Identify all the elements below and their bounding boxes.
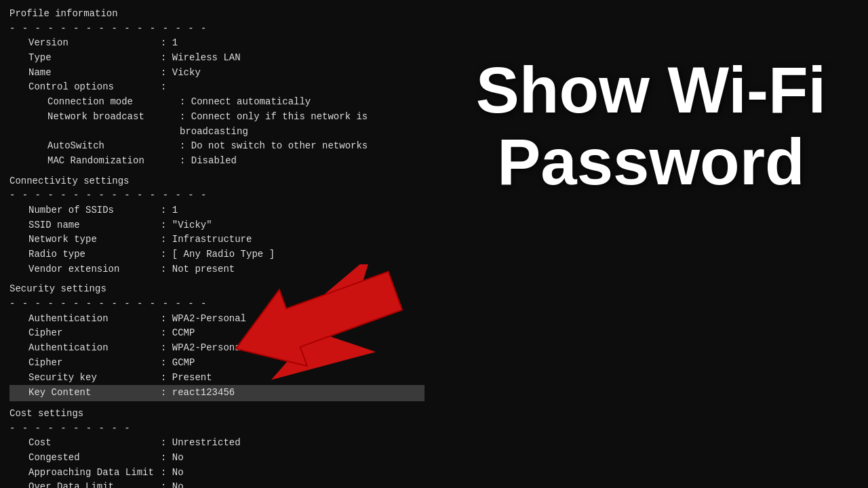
- autoswitch-label: AutoSwitch: [47, 139, 180, 154]
- control-options-label: Control options: [28, 80, 161, 95]
- connection-mode-value: : Connect automatically: [180, 95, 311, 110]
- over-label: Over Data Limit: [28, 480, 161, 488]
- key-content-label: Key Content: [28, 386, 161, 401]
- connectivity-title: Connectivity settings: [9, 174, 425, 189]
- mac-value: : Disabled: [180, 154, 237, 169]
- cipher1-label: Cipher: [28, 326, 161, 341]
- num-ssids-label: Number of SSIDs: [28, 203, 161, 218]
- name-label: Name: [28, 66, 161, 81]
- profile-info-section: Profile information - - - - - - - - - - …: [9, 7, 425, 169]
- profile-info-title: Profile information: [9, 7, 425, 22]
- cipher2-value: : GCMP: [161, 356, 195, 371]
- version-value: : 1: [161, 36, 178, 51]
- radio-type-label: Radio type: [28, 247, 161, 262]
- connection-mode-label: Connection mode: [47, 95, 180, 110]
- cipher1-value: : CCMP: [161, 326, 195, 341]
- congested-value: : No: [161, 451, 184, 466]
- cipher1-row: Cipher : CCMP: [9, 326, 425, 341]
- autoswitch-value: : Do not switch to other networks: [180, 139, 368, 154]
- connectivity-divider: - - - - - - - - - - - - - - - -: [9, 188, 425, 203]
- auth1-row: Authentication : WPA2-Personal: [9, 312, 425, 327]
- congested-row: Congested : No: [9, 451, 425, 466]
- overlay-line1: Show Wi-Fi: [448, 54, 854, 126]
- name-row: Name : Vicky: [9, 66, 425, 81]
- network-type-label: Network type: [28, 232, 161, 247]
- radio-type-row: Radio type : [ Any Radio Type ]: [9, 247, 425, 262]
- auth1-label: Authentication: [28, 312, 161, 327]
- over-value: : No: [161, 480, 184, 488]
- cipher2-row: Cipher : GCMP: [9, 356, 425, 371]
- key-content-value: : react123456: [161, 386, 235, 401]
- congested-label: Congested: [28, 451, 161, 466]
- type-label: Type: [28, 51, 161, 66]
- name-value: : Vicky: [161, 66, 201, 81]
- version-row: Version : 1: [9, 36, 425, 51]
- network-broadcast-value: : Connect only if this network is broadc…: [180, 110, 425, 139]
- cost-label: Cost: [28, 436, 161, 451]
- approaching-label: Approaching Data Limit: [28, 466, 161, 481]
- cost-divider: - - - - - - - - - -: [9, 422, 425, 436]
- network-type-row: Network type : Infrastructure: [9, 232, 425, 247]
- vendor-row: Vendor extension : Not present: [9, 262, 425, 277]
- cost-title: Cost settings: [9, 407, 425, 422]
- num-ssids-value: : 1: [161, 203, 178, 218]
- approaching-row: Approaching Data Limit : No: [9, 466, 425, 481]
- ssid-name-label: SSID name: [28, 218, 161, 233]
- type-value: : Wireless LAN: [161, 51, 241, 66]
- ssid-name-row: SSID name : "Vicky": [9, 218, 425, 233]
- vendor-value: : Not present: [161, 262, 235, 277]
- overlay-line2: Password: [448, 126, 854, 198]
- mac-label: MAC Randomization: [47, 154, 180, 169]
- overlay-title: Show Wi-Fi Password: [448, 54, 854, 197]
- network-broadcast-label: Network broadcast: [47, 110, 180, 125]
- network-type-value: : Infrastructure: [161, 232, 252, 247]
- control-options-value: :: [161, 80, 166, 95]
- network-broadcast-row: Network broadcast : Connect only if this…: [9, 110, 425, 139]
- auth2-value: : WPA2-Personal: [161, 341, 246, 356]
- security-title: Security settings: [9, 282, 425, 297]
- cost-value: : Unrestricted: [161, 436, 241, 451]
- radio-type-value: : [ Any Radio Type ]: [161, 247, 275, 262]
- profile-divider: - - - - - - - - - - - - - - - -: [9, 22, 425, 37]
- approaching-value: : No: [161, 466, 184, 481]
- vendor-label: Vendor extension: [28, 262, 161, 277]
- cost-section: Cost settings - - - - - - - - - - Cost :…: [9, 407, 425, 488]
- security-section: Security settings - - - - - - - - - - - …: [9, 282, 425, 401]
- cost-row: Cost : Unrestricted: [9, 436, 425, 451]
- key-content-row: Key Content : react123456: [9, 385, 425, 401]
- security-key-row: Security key : Present: [9, 371, 425, 386]
- auth2-row: Authentication : WPA2-Personal: [9, 341, 425, 356]
- security-key-label: Security key: [28, 371, 161, 386]
- security-key-value: : Present: [161, 371, 212, 386]
- mac-row: MAC Randomization : Disabled: [9, 154, 425, 169]
- num-ssids-row: Number of SSIDs : 1: [9, 203, 425, 218]
- type-row: Type : Wireless LAN: [9, 51, 425, 66]
- autoswitch-row: AutoSwitch : Do not switch to other netw…: [9, 139, 425, 154]
- version-label: Version: [28, 36, 161, 51]
- connection-mode-row: Connection mode : Connect automatically: [9, 95, 425, 110]
- cipher2-label: Cipher: [28, 356, 161, 371]
- security-divider: - - - - - - - - - - - - - - - -: [9, 297, 425, 312]
- auth1-value: : WPA2-Personal: [161, 312, 246, 327]
- ssid-name-value: : "Vicky": [161, 218, 212, 233]
- terminal-window: Profile information - - - - - - - - - - …: [0, 0, 434, 488]
- over-row: Over Data Limit : No: [9, 480, 425, 488]
- control-options-row: Control options :: [9, 80, 425, 95]
- auth2-label: Authentication: [28, 341, 161, 356]
- connectivity-section: Connectivity settings - - - - - - - - - …: [9, 174, 425, 277]
